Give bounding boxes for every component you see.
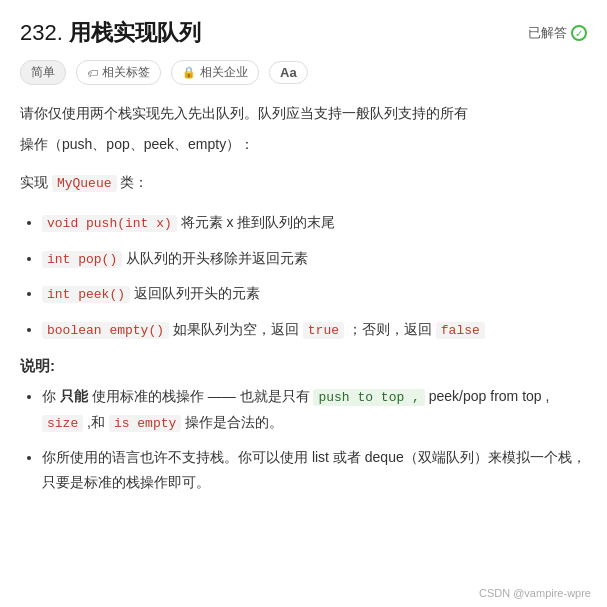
watermark: CSDN @vampire-wpre: [479, 587, 591, 599]
tag-icon: 🏷: [87, 67, 98, 79]
description-line1: 请你仅使用两个栈实现先入先出队列。队列应当支持一般队列支持的所有: [20, 101, 587, 126]
tag-related-label: 相关标签: [102, 64, 150, 81]
tag-aa[interactable]: Aa: [269, 61, 308, 84]
list-item: int pop() 从队列的开头移除并返回元素: [42, 246, 587, 272]
note-title: 说明:: [20, 357, 587, 376]
tag-simple[interactable]: 简单: [20, 60, 66, 85]
solved-badge: 已解答 ✓: [528, 24, 587, 42]
solved-label: 已解答: [528, 24, 567, 42]
list-item: 你所使用的语言也许不支持栈。你可以使用 list 或者 deque（双端队列）来…: [42, 445, 587, 494]
problem-title-text: 用栈实现队列: [69, 20, 201, 45]
tag-related-tags[interactable]: 🏷 相关标签: [76, 60, 161, 85]
size-code: size: [42, 415, 83, 432]
method-code-4: boolean empty(): [42, 322, 169, 339]
method-code-2: int pop(): [42, 251, 122, 268]
is-empty-code: is empty: [109, 415, 181, 432]
list-item: boolean empty() 如果队列为空，返回 true ；否则，返回 fa…: [42, 317, 587, 343]
bold-only: 只能: [60, 388, 88, 404]
lock-icon: 🔒: [182, 66, 196, 79]
method-code-1: void push(int x): [42, 215, 177, 232]
tag-company-label: 相关企业: [200, 64, 248, 81]
list-item: 你 只能 使用标准的栈操作 —— 也就是只有 push to top , pee…: [42, 384, 587, 436]
list-item: void push(int x) 将元素 x 推到队列的末尾: [42, 210, 587, 236]
problem-title: 232. 用栈实现队列: [20, 18, 201, 48]
problem-number: 232.: [20, 20, 63, 45]
notes-list: 你 只能 使用标准的栈操作 —— 也就是只有 push to top , pee…: [20, 384, 587, 495]
myqueue-class-code: MyQueue: [52, 175, 117, 192]
description-line2: 操作（push、pop、peek、empty）：: [20, 132, 587, 157]
false-code: false: [436, 322, 485, 339]
impl-intro: 实现 MyQueue 类：: [20, 170, 587, 196]
solved-check-icon: ✓: [571, 25, 587, 41]
tag-company[interactable]: 🔒 相关企业: [171, 60, 259, 85]
true-code: true: [303, 322, 344, 339]
method-code-3: int peek(): [42, 286, 130, 303]
description-block: 请你仅使用两个栈实现先入先出队列。队列应当支持一般队列支持的所有 操作（push…: [20, 101, 587, 156]
tags-row: 简单 🏷 相关标签 🔒 相关企业 Aa: [20, 60, 587, 85]
list-item: int peek() 返回队列开头的元素: [42, 281, 587, 307]
push-to-top-highlight: push to top ,: [313, 389, 424, 406]
methods-list: void push(int x) 将元素 x 推到队列的末尾 int pop()…: [20, 210, 587, 343]
